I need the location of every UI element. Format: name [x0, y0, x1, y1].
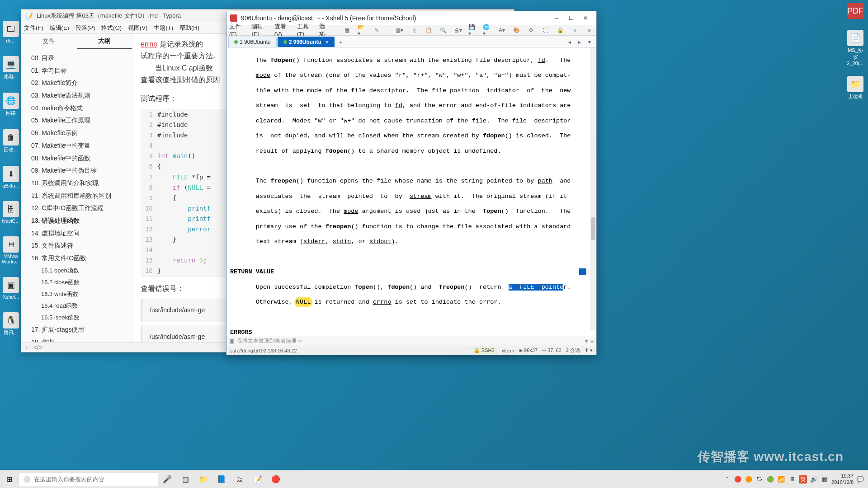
save-icon[interactable]: 💾▾	[468, 25, 476, 35]
outline-item[interactable]: 04. make命令格式	[21, 102, 132, 115]
desktop-icon[interactable]: 💻此电...	[2, 56, 20, 80]
desktop-icon[interactable]: 🗔de...	[2, 21, 20, 43]
outline-item[interactable]: 14. 虚拟地址空间	[21, 227, 132, 240]
clock-date[interactable]: 2018/12/8	[831, 479, 854, 485]
outline-item[interactable]: 13. 错误处理函数	[21, 215, 132, 227]
desktop-icon[interactable]: ▣Xshel...	[2, 277, 20, 300]
menu-edit[interactable]: 编辑(E)	[50, 24, 69, 32]
tray-icon[interactable]: 📶	[777, 475, 785, 483]
tab-close-icon[interactable]: ✕	[325, 40, 329, 45]
outline-item[interactable]: 16.4 read函数	[21, 300, 132, 312]
outline-item[interactable]: 17. 扩展-ctags使用	[21, 324, 132, 336]
sidebar-tab-outline[interactable]: 大纲	[77, 34, 132, 49]
clock-time[interactable]: 10:37	[841, 473, 854, 479]
taskbar-app[interactable]: 🔴	[267, 470, 285, 488]
session-tab-1[interactable]: 1 906Ubuntu	[228, 37, 277, 47]
dropdown-icon[interactable]: ▾	[585, 338, 588, 344]
outline-item[interactable]: 16.1 open函数	[21, 265, 132, 277]
outline-item[interactable]: 16.2 close函数	[21, 277, 132, 288]
tray-icon[interactable]: ▦	[821, 475, 829, 483]
font-icon[interactable]: A▾	[498, 25, 506, 35]
color-icon[interactable]: 🎨	[512, 25, 520, 35]
tray-icon[interactable]: 🔴	[734, 475, 742, 483]
terminal-scrollbar[interactable]	[590, 47, 596, 330]
tray-icon[interactable]: 🟠	[745, 475, 753, 483]
outline-item[interactable]: 16. 常用文件IO函数	[21, 252, 132, 265]
outline-item[interactable]: 06. Makefile示例	[21, 127, 132, 140]
input-bar[interactable]: ▣ 仅将文本发送到当前选项卡 ▾ ≡	[226, 336, 596, 346]
taskbar-app[interactable]: 📝	[249, 470, 267, 488]
session-tab-2[interactable]: 2 906Ubuntu✕	[278, 37, 335, 47]
outline-item[interactable]: 08. Makefile中的函数	[21, 152, 132, 165]
tray-up-icon[interactable]: ˄	[723, 475, 731, 483]
maximize-button[interactable]: ☐	[564, 14, 578, 23]
layout-icon[interactable]: ▥▾	[396, 25, 404, 35]
outline-item[interactable]: 16.3 write函数	[21, 288, 132, 300]
desktop-icon[interactable]: PDF	[846, 3, 864, 20]
more-icon[interactable]: »	[571, 25, 579, 35]
taskbar-app[interactable]: 🗂	[231, 470, 249, 488]
tray-icon[interactable]: 🖥	[788, 475, 796, 483]
menu-file[interactable]: 文件(F)	[24, 24, 43, 32]
back-icon[interactable]: ‹	[26, 344, 28, 351]
cortana-mic-icon[interactable]: 🎤	[158, 470, 176, 488]
menu-view[interactable]: 视图(V)	[128, 24, 147, 32]
outline-item[interactable]: 15. 文件描述符	[21, 239, 132, 252]
outline-item[interactable]: 12. C库中IO函数工作流程	[21, 202, 132, 215]
menu-paragraph[interactable]: 段落(P)	[75, 24, 95, 32]
start-button[interactable]: ⊞	[0, 470, 18, 488]
tray-icon[interactable]: 🟢	[766, 475, 774, 483]
transfer-icon[interactable]: ⟳	[527, 25, 535, 35]
outline-item[interactable]: 03. Makefile语法规则	[21, 89, 132, 102]
tab-nav-left-icon[interactable]: ◂	[565, 37, 575, 47]
desktop-icon[interactable]: 🗑回收...	[2, 129, 20, 153]
lock-icon[interactable]: 🔒	[556, 25, 564, 35]
tray-icon[interactable]: 🛡	[755, 475, 764, 483]
open-icon[interactable]: 📂▾	[358, 25, 366, 35]
desktop-icon[interactable]: ⬇qBitto...	[2, 166, 20, 188]
minimize-button[interactable]: ─	[549, 14, 564, 23]
desktop-icon[interactable]: 📄MS_协议 2_20(...	[846, 30, 864, 66]
desktop-icon[interactable]: 🖥VMwa Works...	[2, 236, 20, 264]
outline-item[interactable]: 01. 学习目标	[21, 65, 132, 77]
outline-item[interactable]: 05. Makefile工作原理	[21, 114, 132, 127]
taskbar-search[interactable]: ⚪ 在这里输入你要搜索的内容	[18, 473, 158, 486]
print-icon[interactable]: 🖨▾	[454, 25, 462, 35]
tray-volume-icon[interactable]: 🔊	[810, 475, 818, 483]
code-mode-icon[interactable]: </>	[33, 344, 42, 351]
desktop-icon[interactable]: 📁上位机	[846, 76, 864, 100]
outline-item[interactable]: 02. Makefile简介	[21, 77, 132, 89]
outline-item[interactable]: 11. 系统调用和库函数的区别	[21, 190, 132, 202]
taskbar-app[interactable]: 📁	[194, 470, 212, 488]
tab-list-icon[interactable]: ▾	[585, 37, 594, 47]
desktop-icon[interactable]: 🗄NaviC...	[2, 201, 20, 224]
menu-help[interactable]: 帮助(H)	[179, 24, 199, 32]
outline-item[interactable]: 00. 目录	[21, 52, 132, 65]
new-tab-button[interactable]: +	[335, 38, 346, 47]
outline-item[interactable]: 18. 作业	[21, 336, 132, 342]
new-session-icon[interactable]: ▦	[343, 25, 351, 35]
outline-item[interactable]: 07. Makefile中的变量	[21, 140, 132, 152]
paste-icon[interactable]: 📋	[425, 25, 433, 35]
wand-icon[interactable]: ✎	[372, 25, 380, 35]
globe-icon[interactable]: 🌐▾	[483, 25, 491, 35]
ime-indicator[interactable]: 英	[799, 475, 807, 483]
notifications-icon[interactable]: 💬	[856, 475, 864, 483]
send-mode-icon[interactable]: ▣	[229, 338, 234, 344]
desktop-icon[interactable]: 🐧腾讯...	[2, 312, 20, 336]
terminal[interactable]: The fdopen() function associates a strea…	[226, 47, 596, 336]
tab-nav-right-icon[interactable]: ▸	[575, 37, 585, 47]
sidebar-tab-files[interactable]: 文件	[21, 34, 77, 49]
menu-theme[interactable]: 主题(T)	[154, 24, 173, 32]
fullscreen-icon[interactable]: ⛶	[542, 25, 550, 35]
menu-format[interactable]: 格式(O)	[101, 24, 122, 32]
copy-icon[interactable]: ⎘	[410, 25, 418, 35]
outline-item[interactable]: 16.5 lseek函数	[21, 312, 132, 324]
more2-icon[interactable]: »	[585, 25, 594, 35]
outline-item[interactable]: 10. 系统调用简介和实现	[21, 177, 132, 190]
desktop-icon[interactable]: 🌐网络	[2, 93, 20, 117]
task-view-icon[interactable]: ▥	[176, 470, 194, 488]
taskbar-app[interactable]: 📘	[212, 470, 231, 488]
outline-item[interactable]: 09. Makefile中的伪目标	[21, 164, 132, 177]
close-button[interactable]: ✕	[578, 14, 593, 23]
